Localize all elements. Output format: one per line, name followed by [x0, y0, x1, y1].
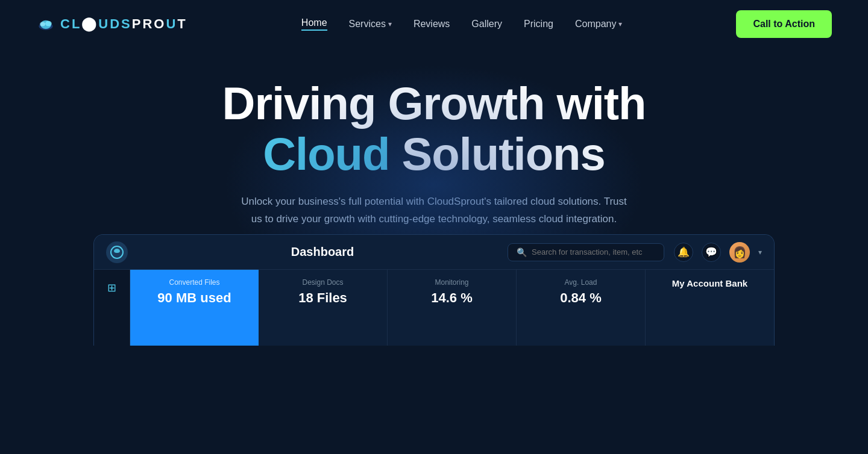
navbar: CL⬤UDSPROUT Home Services ▾ Reviews Gall… [0, 0, 868, 48]
card-my-bank: My Account Bank [646, 270, 774, 346]
card-monitoring-value: 14.6 % [398, 290, 505, 306]
nav-link-gallery[interactable]: Gallery [471, 19, 502, 30]
svg-point-3 [40, 22, 45, 26]
card-design-value: 18 Files [269, 290, 376, 306]
nav-item-services[interactable]: Services ▾ [349, 19, 392, 30]
dashboard-cards: ⊞ Converted Files 90 MB used Design Docs… [94, 270, 774, 346]
cards-row: Converted Files 90 MB used Design Docs 1… [130, 270, 774, 346]
nav-link-company[interactable]: Company ▾ [575, 19, 622, 30]
card-converted-value: 90 MB used [141, 290, 248, 306]
dashboard-search[interactable]: 🔍 [508, 243, 664, 261]
notification-button[interactable]: 🔔 [674, 243, 693, 262]
nav-link-reviews[interactable]: Reviews [414, 19, 450, 30]
dashboard-header: Dashboard 🔍 🔔 💬 👩 ▾ [94, 235, 774, 270]
nav-link-services[interactable]: Services ▾ [349, 19, 392, 30]
card-converted-label: Converted Files [141, 278, 248, 287]
chat-icon: 💬 [705, 246, 717, 258]
dashboard-logo [106, 241, 128, 263]
hero-headline: Driving Growth with Cloud Solutions [12, 78, 856, 179]
cta-button[interactable]: Call to Action [736, 10, 832, 38]
nav-item-reviews[interactable]: Reviews [414, 19, 450, 30]
nav-link-home[interactable]: Home [301, 17, 327, 31]
nav-links: Home Services ▾ Reviews Gallery Pricing … [301, 17, 623, 31]
card-bank-label: My Account Bank [656, 278, 763, 288]
dashboard-icons: 🔔 💬 👩 ▾ [674, 242, 762, 263]
chevron-down-icon: ▾ [388, 20, 392, 28]
bell-icon: 🔔 [678, 246, 690, 258]
card-design-docs: Design Docs 18 Files [259, 270, 388, 346]
svg-point-2 [45, 21, 52, 26]
card-monitoring: Monitoring 14.6 % [388, 270, 517, 346]
hero-subtext: Unlock your business's full potential wi… [241, 193, 627, 228]
card-avg-load: Avg. Load 0.84 % [517, 270, 646, 346]
headline-line1: Driving Growth with [222, 78, 646, 129]
hero-section: Driving Growth with Cloud Solutions Unlo… [0, 48, 868, 346]
card-avgload-value: 0.84 % [527, 290, 634, 306]
dashboard-logo-icon [112, 247, 122, 257]
nav-item-gallery[interactable]: Gallery [471, 19, 502, 30]
sidebar-grid-icon[interactable]: ⊞ [104, 279, 121, 296]
card-monitoring-label: Monitoring [398, 278, 505, 287]
logo[interactable]: CL⬤UDSPROUT [36, 14, 187, 34]
search-icon: 🔍 [517, 247, 527, 257]
headline-line2: Solutions [402, 128, 605, 179]
dashboard-preview: Dashboard 🔍 🔔 💬 👩 ▾ ⊞ [93, 234, 775, 346]
card-converted-files: Converted Files 90 MB used [130, 270, 259, 346]
logo-wordmark: CL⬤UDSPROUT [60, 16, 187, 32]
nav-item-pricing[interactable]: Pricing [524, 19, 553, 30]
user-avatar[interactable]: 👩 [729, 242, 750, 263]
nav-item-home[interactable]: Home [301, 17, 327, 31]
dashboard-sidebar: ⊞ [94, 270, 130, 346]
dashboard-logo-inner [110, 246, 124, 259]
message-button[interactable]: 💬 [702, 243, 721, 262]
search-input[interactable] [532, 247, 655, 257]
dashboard-title: Dashboard [137, 245, 508, 259]
card-design-label: Design Docs [269, 278, 376, 287]
avatar-image: 👩 [733, 246, 746, 259]
headline-highlight: Cloud [263, 128, 389, 179]
chevron-down-icon: ▾ [618, 20, 622, 28]
logo-icon [36, 14, 55, 34]
chevron-down-icon: ▾ [758, 248, 762, 257]
nav-link-pricing[interactable]: Pricing [524, 19, 553, 30]
card-avgload-label: Avg. Load [527, 278, 634, 287]
nav-item-company[interactable]: Company ▾ [575, 19, 622, 30]
